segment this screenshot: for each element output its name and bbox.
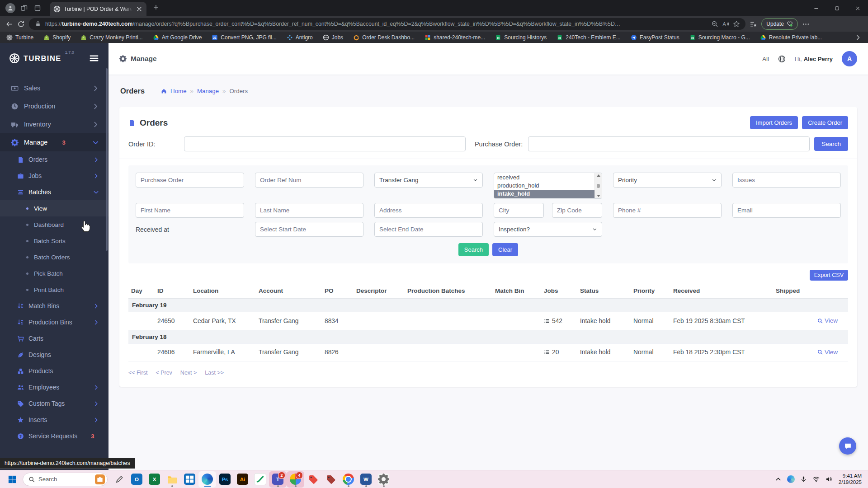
bookmark-art-google-drive[interactable]: Art Google Drive bbox=[153, 34, 202, 41]
back-button[interactable] bbox=[5, 20, 13, 28]
tab-close-icon[interactable] bbox=[136, 5, 143, 13]
sidebar-item-inventory[interactable]: Inventory bbox=[0, 115, 108, 133]
sidebar-item-products[interactable]: Products bbox=[0, 363, 108, 379]
sidebar-item-print-batch[interactable]: Print Batch bbox=[0, 282, 108, 298]
taskbar-search[interactable]: Search bbox=[23, 473, 108, 486]
listbox-scrollbar[interactable] bbox=[594, 173, 602, 198]
order-ref-num-input[interactable] bbox=[255, 173, 363, 188]
bookmark-240tech-emblem-e[interactable]: 240Tech - Emblem E... bbox=[557, 34, 620, 41]
pagination-first[interactable]: << First bbox=[128, 370, 147, 376]
sidebar-item-production[interactable]: Production bbox=[0, 97, 108, 115]
sidebar-item-view[interactable]: View bbox=[0, 200, 108, 216]
close-button[interactable] bbox=[847, 0, 868, 16]
bookmark-order-desk-dashbo[interactable]: Order Desk Dashbo... bbox=[353, 34, 415, 41]
globe-icon[interactable] bbox=[778, 55, 786, 63]
jobs-count[interactable]: 20 bbox=[544, 349, 575, 356]
breadcrumb-home[interactable]: Home bbox=[170, 88, 186, 94]
bookmark-resolute-private-lab[interactable]: Resolute Private lab... bbox=[760, 34, 822, 41]
pagination-next[interactable]: Next > bbox=[180, 370, 197, 376]
microsoft-store-taskbar-icon[interactable] bbox=[181, 471, 198, 488]
export-csv-button[interactable]: Export CSV bbox=[810, 270, 848, 281]
tray-widget-icon[interactable] bbox=[785, 473, 797, 486]
phone-input[interactable] bbox=[613, 203, 722, 218]
account-select[interactable]: Transfer Gang bbox=[374, 173, 483, 188]
chrome-taskbar-icon[interactable] bbox=[340, 471, 357, 488]
bookmark-crazy-monkey-printi[interactable]: Crazy Monkey Printi... bbox=[80, 34, 142, 41]
sidebar-item-dashboard[interactable]: Dashboard bbox=[0, 216, 108, 233]
sidebar-item-jobs[interactable]: Jobs bbox=[0, 168, 108, 184]
pinwheel-taskbar-icon[interactable]: 4 bbox=[287, 471, 304, 488]
refresh-button[interactable] bbox=[17, 20, 25, 28]
tray-chevron-up-icon[interactable] bbox=[773, 473, 784, 486]
microphone-icon[interactable] bbox=[798, 473, 810, 486]
sidebar-item-custom-tags[interactable]: Custom Tags bbox=[0, 395, 108, 412]
sidebar-item-pick-batch[interactable]: Pick Batch bbox=[0, 265, 108, 282]
zip-code-input[interactable] bbox=[552, 203, 602, 218]
tab-actions-button[interactable] bbox=[31, 1, 44, 15]
breadcrumb-manage[interactable]: Manage bbox=[197, 88, 219, 94]
address-bar[interactable]: https://turbine-demo.240tech.com/manage/… bbox=[29, 18, 745, 30]
sidebar-item-designs[interactable]: Designs bbox=[0, 347, 108, 363]
minimize-button[interactable] bbox=[806, 0, 826, 16]
order-id-input[interactable] bbox=[184, 136, 466, 151]
volume-icon[interactable] bbox=[823, 473, 835, 486]
workflow-state-listbox[interactable]: receivedproduction_holdintake_hold bbox=[494, 173, 602, 199]
address-input[interactable] bbox=[374, 203, 483, 218]
browser-tab[interactable]: Turbine | POD Order & Warehous... bbox=[50, 2, 146, 16]
workflow-option-received[interactable]: received bbox=[494, 174, 594, 182]
edge-taskbar-icon[interactable] bbox=[198, 471, 216, 488]
all-filter[interactable]: All bbox=[762, 56, 769, 62]
browser-update-button[interactable]: Update bbox=[761, 18, 798, 30]
tag-red-taskbar-icon[interactable] bbox=[304, 471, 322, 488]
priority-select[interactable]: Priority bbox=[613, 173, 722, 188]
sidebar-item-employees[interactable]: Employees bbox=[0, 379, 108, 395]
workflow-option-production-hold[interactable]: production_hold bbox=[494, 182, 594, 190]
last-name-input[interactable] bbox=[255, 203, 363, 218]
excel-taskbar-icon[interactable]: X bbox=[146, 471, 163, 488]
sidebar-item-batch-sorts[interactable]: Batch Sorts bbox=[0, 233, 108, 249]
hamburger-menu-icon[interactable] bbox=[89, 53, 99, 64]
maximize-button[interactable] bbox=[826, 0, 847, 16]
photoshop-taskbar-icon[interactable]: Ps bbox=[216, 471, 234, 488]
menu-dots-icon[interactable] bbox=[802, 20, 810, 28]
bookmark-sourcing-macro-g[interactable]: Sourcing Macro - G... bbox=[689, 34, 750, 41]
settings-taskbar-icon[interactable] bbox=[375, 471, 392, 488]
start-button[interactable] bbox=[5, 472, 20, 487]
workspaces-button[interactable] bbox=[17, 1, 31, 15]
notes-taskbar-icon[interactable] bbox=[251, 471, 269, 488]
illustrator-taskbar-icon[interactable]: Ai bbox=[234, 471, 251, 488]
sidebar-item-sales[interactable]: Sales bbox=[0, 79, 108, 97]
bookmark-easypost-status[interactable]: EasyPost Status bbox=[631, 34, 679, 41]
bookmark-sourcing-historys[interactable]: Sourcing Historys bbox=[495, 34, 547, 41]
avatar[interactable]: A bbox=[842, 51, 857, 66]
tag-dark-taskbar-icon[interactable] bbox=[322, 471, 340, 488]
create-order-button[interactable]: Create Order bbox=[802, 116, 848, 129]
sidebar-item-batches[interactable]: Batches bbox=[0, 184, 108, 200]
zoom-icon[interactable] bbox=[711, 20, 718, 28]
bookmark-convert-png-jpg-fil[interactable]: 21Convert PNG, JPG fil... bbox=[212, 34, 276, 41]
scroll-thumb[interactable] bbox=[597, 184, 600, 188]
snip-tool-taskbar-icon[interactable] bbox=[110, 471, 128, 488]
bookmark-antigro[interactable]: Antigro bbox=[287, 34, 313, 41]
top-search-button[interactable]: Search bbox=[814, 137, 848, 151]
issues-input[interactable] bbox=[732, 173, 841, 188]
sidebar-item-production-bins[interactable]: Production Bins bbox=[0, 314, 108, 330]
outlook-taskbar-icon[interactable]: O bbox=[128, 471, 146, 488]
sidebar-item-orders[interactable]: Orders bbox=[0, 151, 108, 168]
teams-taskbar-icon[interactable]: T2 bbox=[269, 471, 287, 488]
sidebar-item-match-bins[interactable]: Match Bins bbox=[0, 298, 108, 314]
chat-widget-button[interactable] bbox=[839, 437, 856, 455]
city-input[interactable] bbox=[494, 203, 544, 218]
scroll-down-icon[interactable] bbox=[597, 195, 600, 197]
brand[interactable]: TURBINE 1.7.0 bbox=[0, 43, 108, 74]
sidebar-scrollbar[interactable] bbox=[106, 68, 108, 251]
email-input[interactable] bbox=[732, 203, 841, 218]
first-name-input[interactable] bbox=[136, 203, 244, 218]
pagination-prev[interactable]: < Prev bbox=[156, 370, 172, 376]
bookmark-jobs[interactable]: Jobs bbox=[323, 34, 343, 41]
inspection-select[interactable]: Inspection? bbox=[494, 222, 602, 237]
end-date-input[interactable] bbox=[374, 222, 483, 237]
workflow-option-intake-hold[interactable]: intake_hold bbox=[494, 190, 594, 198]
view-order-link[interactable]: View bbox=[817, 317, 838, 324]
browser-profile-button[interactable] bbox=[4, 1, 17, 15]
